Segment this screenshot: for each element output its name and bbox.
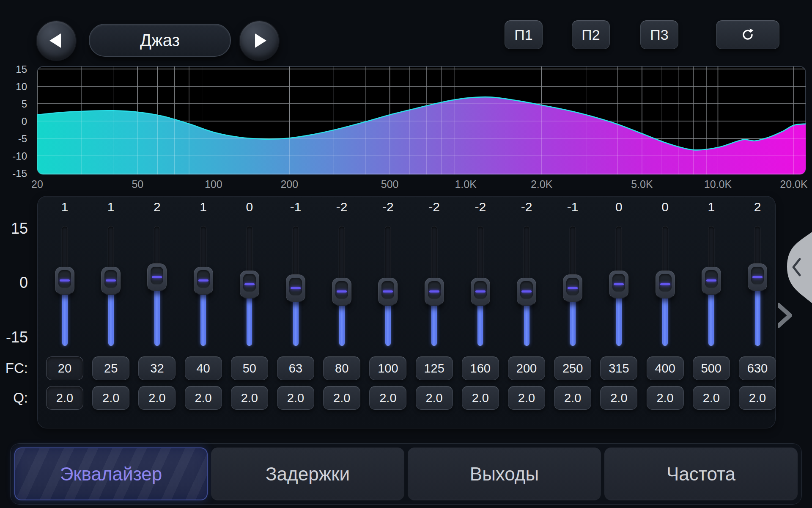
slider-thumb[interactable] xyxy=(378,278,398,306)
fc-value-button[interactable]: 315 xyxy=(600,356,637,380)
tab-выходы[interactable]: Выходы xyxy=(408,447,601,500)
db-axis-label: 5 xyxy=(22,98,27,110)
band-gain-value: 1 xyxy=(690,200,732,214)
tab-эквалайзер[interactable]: Эквалайзер xyxy=(14,447,208,500)
slider-scale-zero-label: 0 xyxy=(4,274,28,292)
slider-thumb-dash-icon xyxy=(614,283,624,285)
q-value-button[interactable]: 2.0 xyxy=(739,386,776,410)
slider-thumb-face xyxy=(197,270,210,288)
slider-thumb-face xyxy=(243,274,256,292)
fc-value-button[interactable]: 160 xyxy=(462,356,499,380)
fc-value-button[interactable]: 20 xyxy=(46,356,83,380)
eq-band: 1 20 2.0 xyxy=(44,196,86,428)
preset-name: Джаз xyxy=(140,31,180,50)
fc-value-button[interactable]: 50 xyxy=(231,356,268,380)
slider-thumb[interactable] xyxy=(240,271,259,298)
q-value-button[interactable]: 2.0 xyxy=(92,386,129,410)
memory-preset-3-button[interactable]: П3 xyxy=(640,20,678,49)
fc-value-button[interactable]: 32 xyxy=(138,356,176,380)
memory-preset-1-button[interactable]: П1 xyxy=(505,20,543,49)
q-value-button[interactable]: 2.0 xyxy=(647,386,684,410)
slider-thumb-face xyxy=(659,274,672,292)
band-gain-value: -2 xyxy=(505,200,548,214)
fc-value-button[interactable]: 250 xyxy=(554,356,591,380)
slider-thumb-face xyxy=(751,267,764,284)
q-value-button[interactable]: 2.0 xyxy=(323,386,360,410)
eq-band: 0 315 2.0 xyxy=(598,196,640,428)
q-value-button[interactable]: 2.0 xyxy=(554,386,591,410)
eq-band: 1 25 2.0 xyxy=(90,196,132,428)
fc-value-button[interactable]: 400 xyxy=(647,356,684,380)
slider-thumb[interactable] xyxy=(609,271,628,298)
memory-preset-2-button[interactable]: П2 xyxy=(572,20,610,49)
fc-value-button[interactable]: 63 xyxy=(277,356,314,380)
memory-preset-1-label: П1 xyxy=(514,27,532,43)
reset-button[interactable] xyxy=(716,20,779,49)
slider-thumb[interactable] xyxy=(517,278,536,306)
q-value-button[interactable]: 2.0 xyxy=(600,386,637,410)
slider-thumb[interactable] xyxy=(55,267,74,295)
q-value-button[interactable]: 2.0 xyxy=(185,386,222,410)
slider-thumb[interactable] xyxy=(332,278,351,306)
eq-band: -1 250 2.0 xyxy=(551,196,594,428)
band-gain-value: 1 xyxy=(90,200,132,214)
q-value-button[interactable]: 2.0 xyxy=(693,386,730,410)
slider-thumb[interactable] xyxy=(425,278,444,306)
q-value-button[interactable]: 2.0 xyxy=(231,386,268,410)
frequency-response-chart: 151050-5-10-1520501002005001.0K2.0K5.0K1… xyxy=(0,55,812,195)
fc-value-button[interactable]: 200 xyxy=(508,356,545,380)
band-gain-value: -1 xyxy=(274,200,317,214)
slider-thumb-face xyxy=(381,281,394,299)
slider-thumb-dash-icon xyxy=(291,287,301,289)
freq-axis-label: 2.0K xyxy=(531,178,553,190)
eq-band: -2 100 2.0 xyxy=(367,196,409,428)
band-gain-value: -2 xyxy=(413,200,455,214)
side-panel-handle[interactable] xyxy=(787,232,812,303)
q-value-button[interactable]: 2.0 xyxy=(462,386,499,410)
slider-thumb[interactable] xyxy=(286,274,305,302)
q-value-button[interactable]: 2.0 xyxy=(369,386,406,410)
tab-частота[interactable]: Частота xyxy=(604,447,798,500)
fc-value-button[interactable]: 80 xyxy=(323,356,360,380)
fc-value-button[interactable]: 40 xyxy=(185,356,222,380)
fc-value-button[interactable]: 500 xyxy=(693,356,730,380)
slider-thumb[interactable] xyxy=(147,263,167,291)
right-triangle-icon xyxy=(255,33,266,48)
band-gain-value: 2 xyxy=(136,200,178,214)
slider-thumb[interactable] xyxy=(194,267,213,295)
q-value-button[interactable]: 2.0 xyxy=(277,386,314,410)
slider-thumb[interactable] xyxy=(748,263,767,291)
q-value-button[interactable]: 2.0 xyxy=(138,386,176,410)
fc-value-button[interactable]: 630 xyxy=(739,356,776,380)
q-value-button[interactable]: 2.0 xyxy=(46,386,83,410)
slider-thumb-dash-icon xyxy=(752,276,763,278)
slider-thumb[interactable] xyxy=(563,274,582,302)
slider-thumb[interactable] xyxy=(101,267,121,295)
freq-axis-label: 500 xyxy=(381,178,399,190)
slider-thumb-dash-icon xyxy=(337,290,347,293)
band-gain-value: 0 xyxy=(228,200,271,214)
eq-bands-panel: 1 20 2.0 1 25 2.0 2 xyxy=(37,196,776,428)
slider-thumb-face xyxy=(520,281,533,299)
slider-scale-max-label: 15 xyxy=(4,220,28,237)
band-gain-value: -2 xyxy=(459,200,502,214)
freq-axis-label: 20 xyxy=(31,178,43,190)
fc-value-button[interactable]: 125 xyxy=(416,356,453,380)
tab-задержки[interactable]: Задержки xyxy=(211,447,404,500)
slider-thumb[interactable] xyxy=(656,271,675,298)
preset-selector[interactable]: Джаз xyxy=(89,24,231,57)
fc-value-button[interactable]: 100 xyxy=(369,356,406,380)
chevron-right-icon[interactable] xyxy=(778,305,790,326)
band-gain-value: -2 xyxy=(321,200,363,214)
slider-thumb-face xyxy=(474,281,487,299)
slider-thumb[interactable] xyxy=(471,278,490,306)
q-value-button[interactable]: 2.0 xyxy=(416,386,453,410)
equalizer-screen: { "header": { "preset_name": "Джаз", "me… xyxy=(0,0,812,508)
fc-value-button[interactable]: 25 xyxy=(92,356,129,380)
db-axis-label: -5 xyxy=(18,133,27,144)
slider-thumb[interactable] xyxy=(702,267,721,295)
slider-thumb-dash-icon xyxy=(60,279,70,282)
eq-band: -2 80 2.0 xyxy=(321,196,363,428)
slider-thumb-dash-icon xyxy=(706,279,716,282)
q-value-button[interactable]: 2.0 xyxy=(508,386,545,410)
